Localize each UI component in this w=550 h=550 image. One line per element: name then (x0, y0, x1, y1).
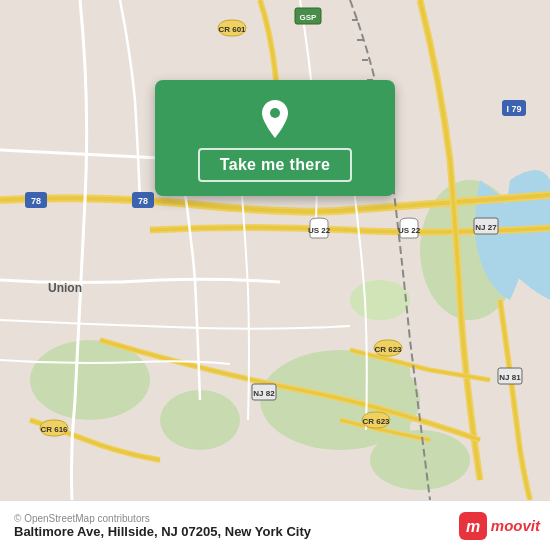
footer-bar: © OpenStreetMap contributors Baltimore A… (0, 500, 550, 550)
moovit-icon: m (459, 512, 487, 540)
svg-text:CR 616: CR 616 (40, 425, 68, 434)
moovit-logo: m moovit (459, 512, 540, 540)
svg-text:US 22: US 22 (398, 226, 421, 235)
footer-info: © OpenStreetMap contributors Baltimore A… (14, 513, 311, 539)
moovit-brand-text: moovit (491, 517, 540, 534)
map-container: 78 78 US 22 US 22 NJ 27 GSP I 79 CR 601 … (0, 0, 550, 500)
take-me-there-button[interactable]: Take me there (198, 148, 352, 182)
svg-point-7 (350, 280, 410, 320)
copyright-text: © OpenStreetMap contributors (14, 513, 311, 524)
svg-text:CR 623: CR 623 (362, 417, 390, 426)
svg-text:NJ 27: NJ 27 (475, 223, 497, 232)
map-background: 78 78 US 22 US 22 NJ 27 GSP I 79 CR 601 … (0, 0, 550, 500)
svg-text:78: 78 (138, 196, 148, 206)
svg-text:NJ 82: NJ 82 (253, 389, 275, 398)
svg-text:m: m (466, 518, 480, 535)
svg-text:GSP: GSP (300, 13, 318, 22)
svg-point-40 (270, 108, 280, 118)
svg-text:NJ 81: NJ 81 (499, 373, 521, 382)
location-popup: Take me there (155, 80, 395, 196)
svg-text:US 22: US 22 (308, 226, 331, 235)
svg-text:78: 78 (31, 196, 41, 206)
svg-text:I 79: I 79 (506, 104, 521, 114)
address-text: Baltimore Ave, Hillside, NJ 07205, New Y… (14, 524, 311, 539)
svg-text:CR 601: CR 601 (218, 25, 246, 34)
location-pin-icon (254, 98, 296, 140)
svg-text:CR 623: CR 623 (374, 345, 402, 354)
svg-text:Union: Union (48, 281, 82, 295)
